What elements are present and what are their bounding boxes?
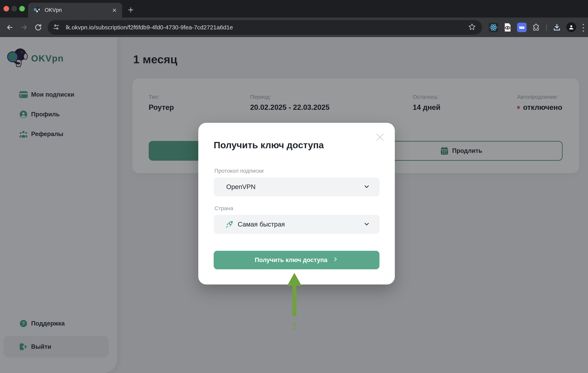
chevron-down-icon	[363, 220, 371, 229]
tab-close-icon[interactable]	[112, 8, 117, 13]
browser-toolbar: lk.okvpn.io/subscription/f2f6fdb9-4fd0-4…	[0, 18, 588, 37]
browser-menu-dots-icon[interactable]	[581, 24, 585, 32]
chevron-down-icon	[363, 182, 371, 191]
page-viewport: OKVpn Мои подписки Профиль Рефералы	[0, 37, 588, 373]
protocol-value: OpenVPN	[226, 183, 256, 191]
protocol-label: Протокол подписки	[214, 168, 264, 174]
forward-icon[interactable]	[20, 23, 28, 32]
rocket-icon	[225, 220, 234, 229]
reload-icon[interactable]	[34, 23, 42, 32]
get-key-submit-label: Получить ключ доступа	[255, 256, 327, 263]
annotation-arrow-up	[286, 273, 302, 320]
window-zoom-button[interactable]	[19, 6, 25, 11]
toolbar-divider	[546, 24, 547, 31]
tab-title: OKVpn	[45, 7, 112, 13]
close-icon[interactable]	[374, 132, 386, 143]
get-key-modal: Получить ключ доступа Протокол подписки …	[198, 123, 395, 285]
chevron-right-icon	[332, 256, 338, 264]
extensions-puzzle-icon[interactable]	[531, 23, 541, 32]
window-close-button[interactable]	[4, 6, 9, 11]
get-key-submit-button[interactable]: Получить ключ доступа	[214, 251, 379, 269]
back-icon[interactable]	[6, 23, 14, 32]
country-value: Самая быстрая	[238, 221, 285, 228]
site-info-icon[interactable]	[52, 23, 60, 32]
country-select[interactable]: Самая быстрая	[214, 215, 379, 234]
browser-window: OKVpn lk.okvpn.io/subscription/f2f6fdb9-…	[0, 0, 588, 373]
browser-tab[interactable]: OKVpn	[28, 3, 122, 18]
window-minimize-button[interactable]	[11, 6, 17, 11]
address-bar[interactable]: lk.okvpn.io/subscription/f2f6fdb9-4fd0-4…	[48, 20, 482, 35]
annotation-step-number: 1	[288, 320, 301, 331]
browser-profile-avatar[interactable]	[566, 22, 576, 32]
modal-title: Получить ключ доступа	[214, 140, 324, 150]
country-label: Страна	[214, 205, 233, 211]
react-devtools-extension-icon[interactable]	[489, 23, 498, 32]
protocol-select[interactable]: OpenVPN	[214, 177, 379, 196]
tab-bar: OKVpn	[0, 0, 588, 18]
downloads-icon[interactable]	[552, 23, 562, 32]
url-text: lk.okvpn.io/subscription/f2f6fdb9-4fd0-4…	[66, 24, 468, 31]
tab-favicon	[33, 7, 40, 14]
new-tab-button[interactable]	[125, 4, 136, 15]
mask-document-extension-icon[interactable]	[503, 23, 512, 32]
bookmark-star-icon[interactable]	[468, 23, 476, 32]
ruler-extension-icon[interactable]	[517, 23, 526, 32]
